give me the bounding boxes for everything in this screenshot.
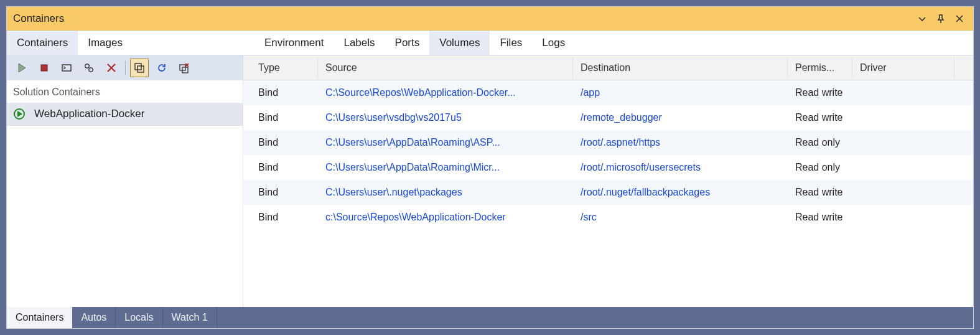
- cell-source[interactable]: C:\Users\user\vsdbg\vs2017u5: [318, 106, 573, 130]
- table-row[interactable]: BindC:\Source\Repos\WebApplication-Docke…: [243, 80, 973, 105]
- stop-button[interactable]: [35, 59, 54, 77]
- svg-rect-4: [135, 64, 141, 70]
- col-permissions[interactable]: Permis...: [788, 57, 852, 78]
- col-spacer: [954, 63, 973, 73]
- settings-button[interactable]: [80, 59, 98, 77]
- cell-driver: [852, 161, 954, 174]
- bottom-tab-watch-1[interactable]: Watch 1: [163, 307, 217, 328]
- cell-driver: [852, 111, 954, 124]
- cell-type: Bind: [243, 181, 318, 204]
- cell-driver: [852, 211, 954, 224]
- detail-tab-labels[interactable]: Labels: [334, 31, 385, 55]
- refresh-button[interactable]: [152, 59, 171, 77]
- cell-driver: [852, 186, 954, 199]
- cell-source[interactable]: C:\Users\user\AppData\Roaming\Micr...: [318, 156, 573, 179]
- cell-type: Bind: [243, 81, 318, 105]
- cell-permissions: Read write: [788, 205, 852, 229]
- detail-tab-volumes[interactable]: Volumes: [429, 31, 490, 55]
- cell-source[interactable]: c:\Source\Repos\WebApplication-Docker: [318, 205, 573, 229]
- top-tabs: ContainersImages EnvironmentLabelsPortsV…: [7, 31, 973, 55]
- cell-source[interactable]: C:\Source\Repos\WebApplication-Docker...: [318, 81, 573, 105]
- cell-driver: [852, 136, 954, 149]
- detail-tab-environment[interactable]: Environment: [254, 31, 334, 55]
- close-icon[interactable]: [952, 11, 967, 26]
- table-row[interactable]: BindC:\Users\user\AppData\Roaming\Micr..…: [243, 155, 973, 180]
- cell-destination[interactable]: /remote_debugger: [573, 106, 788, 130]
- detail-tab-logs[interactable]: Logs: [532, 31, 575, 55]
- view-tab-containers[interactable]: Containers: [7, 31, 78, 55]
- container-item[interactable]: WebApplication-Docker: [7, 103, 243, 126]
- detail-tab-ports[interactable]: Ports: [385, 31, 430, 55]
- toolbar-separator: [125, 61, 126, 75]
- show-solution-containers-button[interactable]: [130, 59, 149, 77]
- cell-destination[interactable]: /app: [573, 81, 788, 105]
- table-row[interactable]: BindC:\Users\user\vsdbg\vs2017u5/remote_…: [243, 105, 973, 130]
- col-source[interactable]: Source: [318, 57, 573, 78]
- cell-type: Bind: [243, 131, 318, 154]
- bottom-tab-containers[interactable]: Containers: [7, 307, 72, 328]
- grid-header: Type Source Destination Permis... Driver: [243, 55, 973, 80]
- bottom-tab-locals[interactable]: Locals: [116, 307, 162, 328]
- cell-destination[interactable]: /root/.microsoft/usersecrets: [573, 156, 788, 179]
- svg-rect-0: [41, 65, 47, 71]
- table-row[interactable]: BindC:\Users\user\AppData\Roaming\ASP...…: [243, 130, 973, 155]
- cell-driver: [852, 87, 954, 99]
- svg-point-2: [85, 64, 89, 68]
- volumes-grid: Type Source Destination Permis... Driver…: [243, 55, 973, 307]
- cell-destination[interactable]: /src: [573, 205, 788, 229]
- cell-permissions: Read write: [788, 181, 852, 204]
- col-type[interactable]: Type: [243, 57, 318, 78]
- bottom-tab-autos[interactable]: Autos: [72, 307, 116, 328]
- col-driver[interactable]: Driver: [852, 57, 954, 78]
- cell-permissions: Read write: [788, 81, 852, 105]
- svg-rect-1: [62, 65, 71, 71]
- cell-type: Bind: [243, 106, 318, 130]
- terminal-button[interactable]: [57, 59, 76, 77]
- bottom-tabs: ContainersAutosLocalsWatch 1: [7, 307, 973, 328]
- table-row[interactable]: Bindc:\Source\Repos\WebApplication-Docke…: [243, 205, 973, 230]
- detail-tab-files[interactable]: Files: [490, 31, 532, 55]
- cell-type: Bind: [243, 156, 318, 179]
- cell-type: Bind: [243, 205, 318, 229]
- cell-permissions: Read only: [788, 131, 852, 154]
- remove-button[interactable]: [102, 59, 121, 77]
- window-title: Containers: [13, 12, 911, 25]
- view-tab-images[interactable]: Images: [78, 31, 133, 55]
- titlebar: Containers: [7, 7, 973, 31]
- containers-panel: Containers ContainersImages EnvironmentL…: [6, 6, 974, 329]
- table-row[interactable]: BindC:\Users\user\.nuget\packages/root/.…: [243, 180, 973, 205]
- col-destination[interactable]: Destination: [573, 57, 788, 78]
- svg-rect-5: [138, 66, 144, 72]
- cell-source[interactable]: C:\Users\user\.nuget\packages: [318, 181, 573, 204]
- cell-permissions: Read write: [788, 106, 852, 130]
- start-button[interactable]: [12, 59, 31, 77]
- running-icon: [13, 108, 26, 120]
- cell-source[interactable]: C:\Users\user\AppData\Roaming\ASP...: [318, 131, 573, 154]
- prune-button[interactable]: [175, 59, 194, 77]
- sidebar: Solution Containers WebApplication-Docke…: [7, 55, 243, 307]
- svg-point-3: [89, 68, 93, 72]
- cell-permissions: Read only: [788, 156, 852, 179]
- sidebar-category: Solution Containers: [7, 80, 243, 103]
- pin-icon[interactable]: [933, 11, 948, 26]
- containers-toolbar: [7, 55, 243, 80]
- container-label: WebApplication-Docker: [34, 108, 144, 120]
- cell-destination[interactable]: /root/.nuget/fallbackpackages: [573, 181, 788, 204]
- window-options-icon[interactable]: [915, 11, 930, 26]
- cell-destination[interactable]: /root/.aspnet/https: [573, 131, 788, 154]
